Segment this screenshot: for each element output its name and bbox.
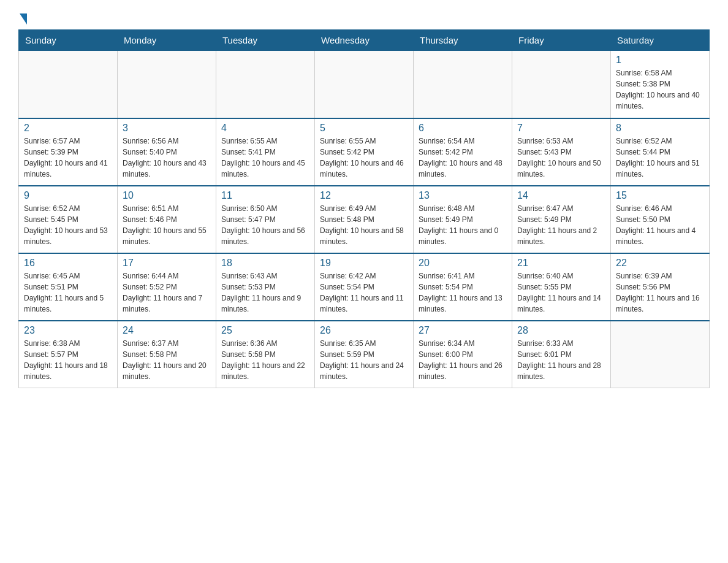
calendar-cell: 1Sunrise: 6:58 AM Sunset: 5:38 PM Daylig… xyxy=(611,51,710,118)
day-info: Sunrise: 6:35 AM Sunset: 5:59 PM Dayligh… xyxy=(320,338,408,382)
calendar-cell: 2Sunrise: 6:57 AM Sunset: 5:39 PM Daylig… xyxy=(19,118,118,186)
day-info: Sunrise: 6:55 AM Sunset: 5:41 PM Dayligh… xyxy=(221,136,309,180)
day-info: Sunrise: 6:47 AM Sunset: 5:49 PM Dayligh… xyxy=(517,203,605,247)
calendar-cell: 21Sunrise: 6:40 AM Sunset: 5:55 PM Dayli… xyxy=(512,253,611,321)
day-info: Sunrise: 6:40 AM Sunset: 5:55 PM Dayligh… xyxy=(517,270,605,315)
calendar-cell xyxy=(512,51,611,118)
day-number: 1 xyxy=(616,55,704,66)
calendar-cell xyxy=(611,321,710,388)
day-info: Sunrise: 6:52 AM Sunset: 5:44 PM Dayligh… xyxy=(616,136,704,180)
day-info: Sunrise: 6:41 AM Sunset: 5:54 PM Dayligh… xyxy=(419,270,507,315)
calendar-cell xyxy=(315,51,414,118)
calendar-week-row: 23Sunrise: 6:38 AM Sunset: 5:57 PM Dayli… xyxy=(19,321,710,388)
day-info: Sunrise: 6:48 AM Sunset: 5:49 PM Dayligh… xyxy=(419,203,507,247)
calendar-week-row: 9Sunrise: 6:52 AM Sunset: 5:45 PM Daylig… xyxy=(19,186,710,253)
day-info: Sunrise: 6:53 AM Sunset: 5:43 PM Dayligh… xyxy=(517,136,605,180)
day-number: 9 xyxy=(24,190,112,201)
day-info: Sunrise: 6:56 AM Sunset: 5:40 PM Dayligh… xyxy=(123,136,211,180)
day-number: 2 xyxy=(24,123,112,134)
calendar-cell: 16Sunrise: 6:45 AM Sunset: 5:51 PM Dayli… xyxy=(19,253,118,321)
day-number: 24 xyxy=(123,325,211,336)
calendar-cell: 10Sunrise: 6:51 AM Sunset: 5:46 PM Dayli… xyxy=(118,186,216,253)
day-info: Sunrise: 6:34 AM Sunset: 6:00 PM Dayligh… xyxy=(419,338,507,382)
calendar-cell: 14Sunrise: 6:47 AM Sunset: 5:49 PM Dayli… xyxy=(512,186,611,253)
calendar-cell xyxy=(118,51,216,118)
day-number: 27 xyxy=(419,325,507,336)
calendar-cell: 18Sunrise: 6:43 AM Sunset: 5:53 PM Dayli… xyxy=(216,253,315,321)
calendar-cell: 7Sunrise: 6:53 AM Sunset: 5:43 PM Daylig… xyxy=(512,118,611,186)
day-info: Sunrise: 6:42 AM Sunset: 5:54 PM Dayligh… xyxy=(320,270,408,315)
day-info: Sunrise: 6:39 AM Sunset: 5:56 PM Dayligh… xyxy=(616,270,704,315)
day-number: 28 xyxy=(517,325,605,336)
calendar-header-thursday: Thursday xyxy=(414,30,512,51)
day-info: Sunrise: 6:33 AM Sunset: 6:01 PM Dayligh… xyxy=(517,338,605,382)
day-info: Sunrise: 6:50 AM Sunset: 5:47 PM Dayligh… xyxy=(221,203,309,247)
calendar-header-wednesday: Wednesday xyxy=(315,30,414,51)
calendar-cell: 20Sunrise: 6:41 AM Sunset: 5:54 PM Dayli… xyxy=(414,253,512,321)
calendar-cell: 9Sunrise: 6:52 AM Sunset: 5:45 PM Daylig… xyxy=(19,186,118,253)
day-info: Sunrise: 6:49 AM Sunset: 5:48 PM Dayligh… xyxy=(320,203,408,247)
day-number: 11 xyxy=(221,190,309,201)
day-info: Sunrise: 6:54 AM Sunset: 5:42 PM Dayligh… xyxy=(419,136,507,180)
day-info: Sunrise: 6:52 AM Sunset: 5:45 PM Dayligh… xyxy=(24,203,112,247)
day-number: 13 xyxy=(419,190,507,201)
calendar-week-row: 16Sunrise: 6:45 AM Sunset: 5:51 PM Dayli… xyxy=(19,253,710,321)
calendar-cell: 17Sunrise: 6:44 AM Sunset: 5:52 PM Dayli… xyxy=(118,253,216,321)
day-number: 12 xyxy=(320,190,408,201)
day-number: 20 xyxy=(419,258,507,269)
calendar-cell: 13Sunrise: 6:48 AM Sunset: 5:49 PM Dayli… xyxy=(414,186,512,253)
day-number: 15 xyxy=(616,190,704,201)
calendar-cell: 25Sunrise: 6:36 AM Sunset: 5:58 PM Dayli… xyxy=(216,321,315,388)
calendar-cell: 11Sunrise: 6:50 AM Sunset: 5:47 PM Dayli… xyxy=(216,186,315,253)
day-info: Sunrise: 6:36 AM Sunset: 5:58 PM Dayligh… xyxy=(221,338,309,382)
day-number: 6 xyxy=(419,123,507,134)
day-number: 8 xyxy=(616,123,704,134)
day-info: Sunrise: 6:37 AM Sunset: 5:58 PM Dayligh… xyxy=(123,338,211,382)
calendar-cell: 6Sunrise: 6:54 AM Sunset: 5:42 PM Daylig… xyxy=(414,118,512,186)
day-number: 5 xyxy=(320,123,408,134)
day-info: Sunrise: 6:45 AM Sunset: 5:51 PM Dayligh… xyxy=(24,270,112,315)
day-number: 22 xyxy=(616,258,704,269)
calendar-cell xyxy=(414,51,512,118)
calendar-week-row: 1Sunrise: 6:58 AM Sunset: 5:38 PM Daylig… xyxy=(19,51,710,118)
calendar-cell xyxy=(216,51,315,118)
day-number: 23 xyxy=(24,325,112,336)
day-number: 7 xyxy=(517,123,605,134)
day-number: 26 xyxy=(320,325,408,336)
day-info: Sunrise: 6:46 AM Sunset: 5:50 PM Dayligh… xyxy=(616,203,704,247)
calendar-cell: 3Sunrise: 6:56 AM Sunset: 5:40 PM Daylig… xyxy=(118,118,216,186)
calendar-cell: 4Sunrise: 6:55 AM Sunset: 5:41 PM Daylig… xyxy=(216,118,315,186)
calendar-cell: 19Sunrise: 6:42 AM Sunset: 5:54 PM Dayli… xyxy=(315,253,414,321)
day-info: Sunrise: 6:44 AM Sunset: 5:52 PM Dayligh… xyxy=(123,270,211,315)
calendar-cell xyxy=(19,51,118,118)
day-info: Sunrise: 6:58 AM Sunset: 5:38 PM Dayligh… xyxy=(616,67,704,112)
day-info: Sunrise: 6:55 AM Sunset: 5:42 PM Dayligh… xyxy=(320,136,408,180)
calendar-cell: 12Sunrise: 6:49 AM Sunset: 5:48 PM Dayli… xyxy=(315,186,414,253)
calendar-table: SundayMondayTuesdayWednesdayThursdayFrid… xyxy=(18,29,710,388)
day-number: 14 xyxy=(517,190,605,201)
page-header xyxy=(18,12,710,23)
calendar-cell: 22Sunrise: 6:39 AM Sunset: 5:56 PM Dayli… xyxy=(611,253,710,321)
calendar-header-saturday: Saturday xyxy=(611,30,710,51)
calendar-cell: 24Sunrise: 6:37 AM Sunset: 5:58 PM Dayli… xyxy=(118,321,216,388)
logo-arrow-icon xyxy=(20,13,27,25)
calendar-header-friday: Friday xyxy=(512,30,611,51)
calendar-week-row: 2Sunrise: 6:57 AM Sunset: 5:39 PM Daylig… xyxy=(19,118,710,186)
calendar-cell: 15Sunrise: 6:46 AM Sunset: 5:50 PM Dayli… xyxy=(611,186,710,253)
day-info: Sunrise: 6:43 AM Sunset: 5:53 PM Dayligh… xyxy=(221,270,309,315)
calendar-cell: 23Sunrise: 6:38 AM Sunset: 5:57 PM Dayli… xyxy=(19,321,118,388)
calendar-header-tuesday: Tuesday xyxy=(216,30,315,51)
day-number: 18 xyxy=(221,258,309,269)
calendar-cell: 8Sunrise: 6:52 AM Sunset: 5:44 PM Daylig… xyxy=(611,118,710,186)
day-number: 21 xyxy=(517,258,605,269)
day-number: 3 xyxy=(123,123,211,134)
day-info: Sunrise: 6:38 AM Sunset: 5:57 PM Dayligh… xyxy=(24,338,112,382)
day-number: 16 xyxy=(24,258,112,269)
day-info: Sunrise: 6:57 AM Sunset: 5:39 PM Dayligh… xyxy=(24,136,112,180)
calendar-header-row: SundayMondayTuesdayWednesdayThursdayFrid… xyxy=(19,30,710,51)
calendar-cell: 28Sunrise: 6:33 AM Sunset: 6:01 PM Dayli… xyxy=(512,321,611,388)
calendar-cell: 27Sunrise: 6:34 AM Sunset: 6:00 PM Dayli… xyxy=(414,321,512,388)
logo xyxy=(18,12,27,23)
day-number: 10 xyxy=(123,190,211,201)
day-number: 25 xyxy=(221,325,309,336)
